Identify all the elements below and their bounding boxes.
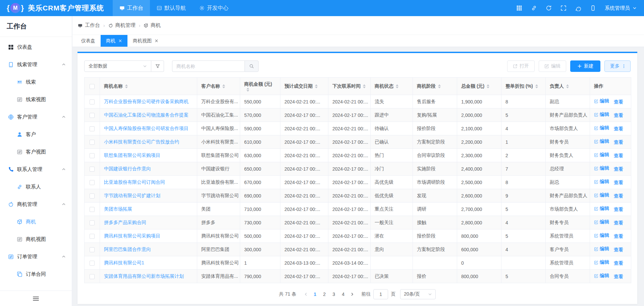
breadcrumb-item[interactable]: 工作台 [78,22,100,29]
sidebar-item-order-mgmt[interactable]: 订单管理 [0,248,72,265]
more-button[interactable]: 更多 [604,60,631,72]
sort-icon[interactable] [487,84,489,88]
row-checkbox[interactable] [90,180,95,185]
refresh-icon[interactable] [546,5,552,11]
opportunity-link[interactable]: 美团市场拓展 [104,206,132,212]
page-number-2[interactable]: 2 [320,290,329,299]
sidebar-item-leads[interactable]: 线索 [0,73,72,91]
edit-button[interactable]: 编辑 [539,60,566,72]
filter-button[interactable] [151,60,164,72]
row-view-button[interactable]: 查看 [614,193,623,199]
row-edit-button[interactable]: 编辑 [594,192,609,198]
breadcrumb-item[interactable]: 商机管理 [108,22,136,29]
sidebar-item-lead-view[interactable]: 线索视图 [0,91,72,108]
opportunity-link[interactable]: 字节跳动有限公司扩建计划 [104,193,160,198]
page-size-select[interactable]: 20条/页 [400,289,436,299]
row-checkbox[interactable] [90,153,95,158]
tab-商机视图[interactable]: 商机视图 [127,35,164,47]
sort-icon[interactable] [315,84,318,88]
sidebar-item-customer-mgmt[interactable]: 客户管理 [0,108,72,126]
row-checkbox[interactable] [90,207,95,212]
topnav-item-dev-center[interactable]: 开发中心 [193,0,235,16]
page-number-4[interactable]: 4 [338,290,348,299]
breadcrumb-item[interactable]: 商机 [144,22,161,29]
page-number-3[interactable]: 3 [329,290,338,299]
sort-icon[interactable] [438,84,441,88]
topnav-item-default-nav[interactable]: 默认导航 [150,0,193,16]
row-edit-button[interactable]: 编辑 [594,112,609,118]
sort-icon[interactable] [222,84,225,88]
search-button[interactable] [245,60,259,72]
tab-商机[interactable]: 商机 [101,35,127,47]
message-icon[interactable] [575,5,581,11]
sidebar-item-opportunity-mgmt[interactable]: 商机管理 [0,195,72,213]
row-edit-button[interactable]: 编辑 [594,138,609,144]
opportunity-link[interactable]: 腾讯科技有限公司1 [104,260,144,265]
row-view-button[interactable]: 查看 [614,180,623,186]
row-edit-button[interactable]: 编辑 [594,152,609,158]
row-edit-button[interactable]: 编辑 [594,165,609,171]
tab-仪表盘[interactable]: 仪表盘 [76,35,101,47]
row-view-button[interactable]: 查看 [614,153,623,159]
sidebar-item-customer-view[interactable]: 客户视图 [0,143,72,161]
row-checkbox[interactable] [90,140,95,145]
row-edit-button[interactable]: 编辑 [594,232,609,238]
row-view-button[interactable]: 查看 [614,247,623,253]
row-checkbox[interactable] [90,274,95,279]
sidebar-item-order-contracts[interactable]: 订单合同 [0,265,72,283]
create-button[interactable]: 新建 [570,60,600,72]
sort-icon[interactable] [566,84,569,88]
row-checkbox[interactable] [90,113,95,118]
fullscreen-icon[interactable] [560,5,567,11]
topnav-item-workbench[interactable]: 工作台 [113,0,150,16]
opportunity-link[interactable]: 万科企业股份有限公司硬件设备采购商机 [104,99,189,104]
row-view-button[interactable]: 查看 [614,233,623,239]
prev-page-button[interactable] [302,290,310,299]
next-page-button[interactable] [348,290,357,299]
sidebar-collapse-button[interactable] [0,291,72,306]
opportunity-link[interactable]: 中国石油化工集团公司物流服务合作提案 [104,112,189,118]
sort-icon[interactable] [247,88,249,92]
row-edit-button[interactable]: 编辑 [594,206,609,212]
row-checkbox[interactable] [90,193,95,199]
row-view-button[interactable]: 查看 [614,274,623,280]
sort-icon[interactable] [396,84,398,88]
row-checkbox[interactable] [90,261,95,266]
sort-icon[interactable] [125,84,128,88]
row-edit-button[interactable]: 编辑 [594,273,609,279]
opportunity-link[interactable]: 安踏体育用品有限公司新市场拓展计划 [104,273,184,279]
row-checkbox[interactable] [90,167,95,172]
opportunity-link[interactable]: 中国人寿保险股份有限公司研发合作项目 [104,126,189,131]
open-button[interactable]: 打开 [507,60,535,72]
sort-icon[interactable] [535,84,538,88]
row-edit-button[interactable]: 编辑 [594,246,609,252]
opportunity-link[interactable]: 比亚迪股份有限公司订阅合同 [104,179,165,185]
row-checkbox[interactable] [90,126,95,131]
sidebar-item-opportunity-view[interactable]: 商机视图 [0,230,72,248]
row-checkbox[interactable] [90,234,95,239]
avatar-icon[interactable] [590,5,596,11]
row-view-button[interactable]: 查看 [614,99,623,105]
opportunity-link[interactable]: 中国建设银行合作意向 [104,166,151,171]
row-edit-button[interactable]: 编辑 [594,98,609,104]
sidebar-item-contacts[interactable]: 联系人 [0,178,72,195]
row-view-button[interactable]: 查看 [614,126,623,132]
apps-grid-icon[interactable] [516,5,522,11]
sort-icon[interactable] [363,84,366,88]
row-checkbox[interactable] [90,220,95,225]
row-view-button[interactable]: 查看 [614,260,623,266]
row-checkbox[interactable] [90,99,95,104]
select-all-checkbox[interactable] [90,84,95,89]
opportunity-link[interactable]: 拼多多产品采购合同 [104,220,146,225]
data-scope-select[interactable]: 全部数据 [84,60,151,72]
sidebar-item-contact-mgmt[interactable]: 联系人管理 [0,161,72,178]
row-view-button[interactable]: 查看 [614,220,623,226]
row-view-button[interactable]: 查看 [614,166,623,172]
opportunity-link[interactable]: 联想集团有限公司采购项目 [104,152,160,158]
row-edit-button[interactable]: 编辑 [594,179,609,185]
row-edit-button[interactable]: 编辑 [594,219,609,225]
row-edit-button[interactable]: 编辑 [594,125,609,131]
row-view-button[interactable]: 查看 [614,207,623,213]
link-icon[interactable] [531,5,537,11]
row-view-button[interactable]: 查看 [614,139,623,145]
